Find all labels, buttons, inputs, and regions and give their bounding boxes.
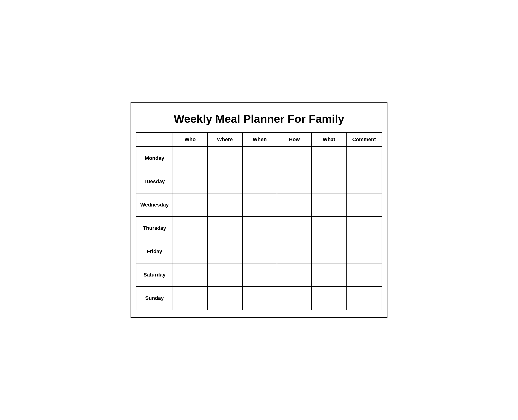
data-cell-sunday-col3[interactable] [242, 286, 277, 310]
data-cell-sunday-col4[interactable] [277, 286, 311, 310]
data-cell-wednesday-col2[interactable] [207, 193, 242, 217]
data-cell-tuesday-col5[interactable] [311, 170, 346, 193]
data-cell-saturday-col2[interactable] [207, 263, 242, 286]
data-cell-thursday-col4[interactable] [277, 217, 311, 240]
header-col-how: How [277, 133, 311, 147]
table-body: MondayTuesdayWednesdayThursdayFridaySatu… [136, 147, 382, 310]
data-cell-tuesday-col2[interactable] [207, 170, 242, 193]
header-col0 [136, 133, 173, 147]
data-cell-tuesday-col3[interactable] [242, 170, 277, 193]
table-row: Wednesday [136, 193, 382, 217]
table-row: Monday [136, 147, 382, 170]
page-title: Weekly Meal Planner For Family [136, 108, 382, 132]
header-col-where: Where [207, 133, 242, 147]
data-cell-sunday-col6[interactable] [346, 286, 382, 310]
day-cell-sunday: Sunday [136, 286, 173, 310]
data-cell-saturday-col1[interactable] [173, 263, 207, 286]
data-cell-sunday-col2[interactable] [207, 286, 242, 310]
data-cell-sunday-col1[interactable] [173, 286, 207, 310]
table-row: Tuesday [136, 170, 382, 193]
data-cell-friday-col5[interactable] [311, 240, 346, 263]
data-cell-monday-col6[interactable] [346, 147, 382, 170]
table-row: Sunday [136, 286, 382, 310]
data-cell-wednesday-col4[interactable] [277, 193, 311, 217]
table-row: Friday [136, 240, 382, 263]
data-cell-thursday-col6[interactable] [346, 217, 382, 240]
data-cell-friday-col2[interactable] [207, 240, 242, 263]
data-cell-wednesday-col3[interactable] [242, 193, 277, 217]
data-cell-monday-col4[interactable] [277, 147, 311, 170]
data-cell-tuesday-col4[interactable] [277, 170, 311, 193]
data-cell-friday-col6[interactable] [346, 240, 382, 263]
data-cell-wednesday-col6[interactable] [346, 193, 382, 217]
day-cell-thursday: Thursday [136, 217, 173, 240]
data-cell-thursday-col2[interactable] [207, 217, 242, 240]
data-cell-wednesday-col1[interactable] [173, 193, 207, 217]
page-container: Weekly Meal Planner For Family Who Where… [131, 102, 387, 318]
data-cell-friday-col1[interactable] [173, 240, 207, 263]
table-row: Saturday [136, 263, 382, 286]
meal-table: Who Where When How What Comment MondayTu… [136, 132, 382, 310]
data-cell-wednesday-col5[interactable] [311, 193, 346, 217]
data-cell-tuesday-col1[interactable] [173, 170, 207, 193]
data-cell-sunday-col5[interactable] [311, 286, 346, 310]
day-cell-wednesday: Wednesday [136, 193, 173, 217]
data-cell-saturday-col5[interactable] [311, 263, 346, 286]
data-cell-tuesday-col6[interactable] [346, 170, 382, 193]
header-col-when: When [242, 133, 277, 147]
table-row: Thursday [136, 217, 382, 240]
data-cell-friday-col4[interactable] [277, 240, 311, 263]
data-cell-monday-col5[interactable] [311, 147, 346, 170]
day-cell-saturday: Saturday [136, 263, 173, 286]
data-cell-monday-col1[interactable] [173, 147, 207, 170]
data-cell-saturday-col3[interactable] [242, 263, 277, 286]
header-col-who: Who [173, 133, 207, 147]
day-cell-tuesday: Tuesday [136, 170, 173, 193]
data-cell-friday-col3[interactable] [242, 240, 277, 263]
header-col-comment: Comment [346, 133, 382, 147]
data-cell-saturday-col6[interactable] [346, 263, 382, 286]
data-cell-saturday-col4[interactable] [277, 263, 311, 286]
header-col-what: What [311, 133, 346, 147]
data-cell-monday-col2[interactable] [207, 147, 242, 170]
day-cell-friday: Friday [136, 240, 173, 263]
data-cell-thursday-col1[interactable] [173, 217, 207, 240]
data-cell-thursday-col5[interactable] [311, 217, 346, 240]
day-cell-monday: Monday [136, 147, 173, 170]
data-cell-monday-col3[interactable] [242, 147, 277, 170]
header-row: Who Where When How What Comment [136, 133, 382, 147]
data-cell-thursday-col3[interactable] [242, 217, 277, 240]
